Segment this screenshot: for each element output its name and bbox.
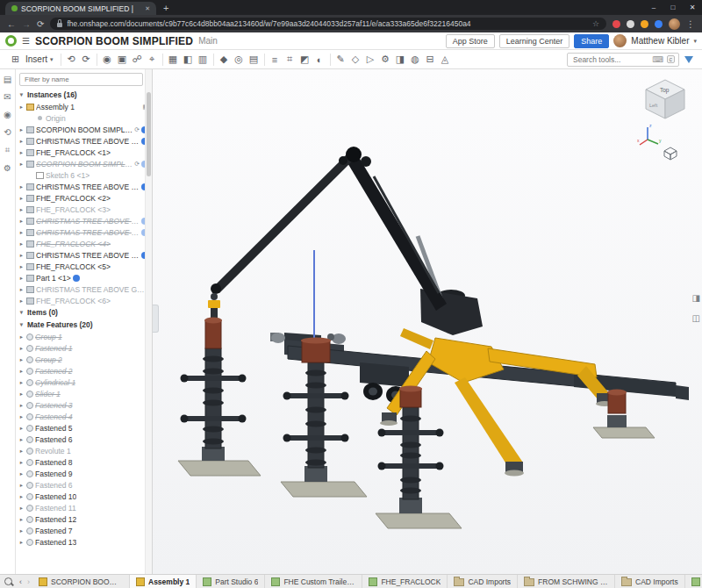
boom-tip-joint[interactable] <box>211 293 218 300</box>
section-view-icon[interactable]: ◩ <box>297 52 312 68</box>
replicate-icon[interactable]: ▥ <box>196 52 211 68</box>
panel-resize-handle[interactable] <box>153 305 159 333</box>
frac-stack-b-side-arm[interactable] <box>289 435 343 441</box>
workspace-name[interactable]: Main <box>198 36 218 46</box>
chevron-right-icon[interactable]: ▸ <box>18 263 25 270</box>
tree-row[interactable]: Origin <box>16 112 152 124</box>
bottom-tab[interactable]: SCORPION BOOM SI... <box>32 575 130 588</box>
filter-input[interactable] <box>23 75 140 84</box>
mate-row[interactable]: ▸Fastened 11 <box>16 502 152 513</box>
tree-row[interactable]: ▸CHRISTMAS TREE ABOVE GROUND <4> <box>16 226 152 238</box>
chevron-right-icon[interactable]: ▸ <box>18 345 25 352</box>
history-icon[interactable]: ⟲ <box>4 127 11 137</box>
sketch-icon[interactable]: ✎ <box>333 52 348 68</box>
frac-stack-c-valve-wheel[interactable] <box>378 429 386 437</box>
frac-stack-a-goat-head-cap[interactable] <box>204 318 222 324</box>
boom-elbow-link[interactable] <box>361 156 371 167</box>
mate-row[interactable]: ▸Fastened 4 <box>16 411 152 422</box>
maximize-icon[interactable]: □ <box>663 0 683 15</box>
hole-icon[interactable]: ◍ <box>408 52 423 68</box>
tree-row[interactable]: ▸FHE_FRACLOCK <5> <box>16 261 152 272</box>
filter-box[interactable] <box>19 73 143 86</box>
bookmark-star-icon[interactable]: ☆ <box>592 19 599 28</box>
instances-header[interactable]: ▾Instances (16) <box>16 89 152 101</box>
wheel-hub[interactable] <box>369 388 377 396</box>
outrigger-leg-lower[interactable] <box>455 377 523 470</box>
omnibox[interactable]: fhe.onshape.com/documents/c9b77c6c4d8bb0… <box>50 18 606 30</box>
close-icon[interactable]: ✕ <box>683 0 702 15</box>
measure-icon[interactable]: ⌗ <box>5 145 11 155</box>
chevron-right-icon[interactable]: ▸ <box>18 425 25 432</box>
outrigger-pad[interactable] <box>505 470 524 477</box>
chevron-right-icon[interactable]: ▸ <box>18 356 25 363</box>
configurations-icon[interactable]: ⚙ <box>378 52 393 68</box>
extension-icon[interactable] <box>612 20 620 28</box>
user-menu-caret-icon[interactable]: ▾ <box>693 38 697 45</box>
chevron-right-icon[interactable]: ▸ <box>18 391 25 398</box>
frac-stack-c-flange[interactable] <box>400 416 421 422</box>
trailer-tail[interactable] <box>676 385 689 400</box>
settings-icon[interactable]: ⚙ <box>4 163 11 173</box>
linear-pattern-icon[interactable]: ▦ <box>166 52 181 68</box>
tree-row[interactable]: Sketch 6 <1> <box>16 169 152 181</box>
mate-row[interactable]: ▸Fastened 8 <box>16 456 152 468</box>
mate-row[interactable]: ▸Group 2 <box>16 354 152 365</box>
document-title[interactable]: SCORPION BOOM SIMPLIFIED <box>35 35 193 47</box>
front-pump-cap[interactable] <box>271 333 285 343</box>
search-elements-icon[interactable] <box>4 577 12 585</box>
chevron-down-icon[interactable]: ▾ <box>18 309 25 316</box>
undo-icon[interactable]: ⟲ <box>64 52 79 68</box>
mate-row[interactable]: ▸Fastened 6 <box>16 479 152 491</box>
chevron-right-icon[interactable]: ▸ <box>18 459 25 466</box>
frac-stack-b-valve-wheel[interactable] <box>283 434 291 442</box>
named-positions-icon[interactable]: ▤ <box>247 52 261 68</box>
view-cube[interactable]: Top Left z x y <box>637 75 693 148</box>
chevron-right-icon[interactable]: ▸ <box>18 240 25 247</box>
group-icon[interactable]: ▣ <box>115 52 130 68</box>
extension-icon[interactable] <box>627 20 634 28</box>
tree-row[interactable]: ▸Part 1 <1> <box>16 272 152 283</box>
frac-stack-b-flange[interactable] <box>305 383 326 389</box>
mate-icon[interactable]: ◉ <box>100 52 115 68</box>
frac-stack-c-base-plate[interactable] <box>376 513 462 528</box>
bottom-tab[interactable]: CAD Imports <box>448 575 518 588</box>
mate-row[interactable]: ▸Fastened 1 <box>16 342 152 354</box>
frac-stack-b-goat-head-cap[interactable] <box>301 338 331 344</box>
chevron-right-icon[interactable]: ▸ <box>18 379 25 386</box>
learning-center-button[interactable]: Learning Center <box>499 34 570 48</box>
chevron-right-icon[interactable]: ▸ <box>18 183 25 190</box>
update-icon[interactable]: ⟳ <box>134 161 140 168</box>
chevron-right-icon[interactable]: ▸ <box>18 229 25 236</box>
chevron-right-icon[interactable]: ▸ <box>18 298 25 305</box>
chevron-right-icon[interactable]: ▸ <box>18 516 25 523</box>
mate-row[interactable]: ▸Group 1 <box>16 331 152 342</box>
transform-icon[interactable]: ◇ <box>348 52 363 68</box>
frac-stack-c-valve-wheel[interactable] <box>436 429 444 437</box>
back-icon[interactable]: ← <box>7 19 16 29</box>
mate-row[interactable]: ▸Fastened 6 <box>16 434 152 445</box>
tree-row[interactable]: ▸CHRISTMAS TREE ABOVE GROUND <3> <box>16 215 152 226</box>
chevron-right-icon[interactable]: ▸ <box>18 252 25 259</box>
chevron-right-icon[interactable]: ▸ <box>18 368 25 375</box>
tree-row[interactable]: ▸CHRISTMAS TREE ABOVE GROUND <5> <box>16 249 152 261</box>
chevron-right-icon[interactable]: ▸ <box>18 206 25 213</box>
chevron-right-icon[interactable]: ▸ <box>18 413 25 420</box>
snapshot-icon[interactable]: ◎ <box>232 52 247 68</box>
chevron-right-icon[interactable]: ▸ <box>18 402 25 409</box>
frac-stack-small-goat-head[interactable] <box>608 392 626 413</box>
frac-stack-a-valve-wheel[interactable] <box>239 375 247 383</box>
linked-document-icon[interactable] <box>73 275 80 282</box>
mate-row[interactable]: ▸Fastened 12 <box>16 513 152 525</box>
mate-row[interactable]: ▸Fastened 3 <box>16 399 152 411</box>
tree-row[interactable]: ▸CHRISTMAS TREE ABOVE GROUND <6> <box>16 283 152 295</box>
main-menu-icon[interactable]: ☰ <box>22 36 30 46</box>
boom-rear-edge[interactable] <box>374 176 439 293</box>
scrollbar-thumb[interactable] <box>147 92 151 176</box>
follow-mode-icon[interactable]: ◉ <box>4 110 11 119</box>
measure-icon[interactable]: ⌗ <box>283 52 297 68</box>
mate-row[interactable]: ▸Slider 1 <box>16 388 152 399</box>
bottom-tab[interactable]: FROM SCHWING BIOSET <box>518 575 615 588</box>
extension-icon[interactable] <box>655 20 663 28</box>
frac-stack-b-valve-wheel[interactable] <box>341 392 349 400</box>
search-tools-box[interactable]: ⌨ c <box>567 53 679 67</box>
